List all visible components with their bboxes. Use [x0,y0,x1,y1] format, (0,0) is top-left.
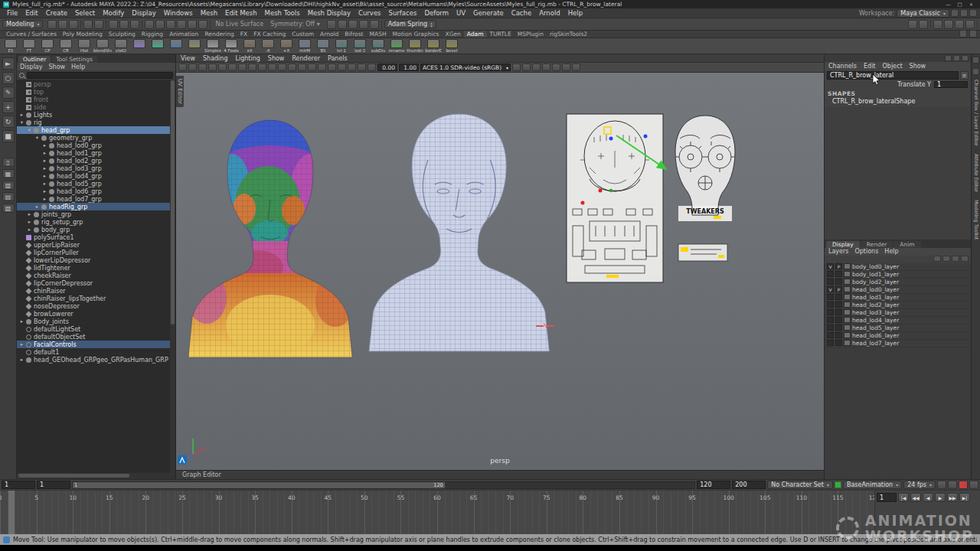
outliner-item-upperlipraiser[interactable]: upperLipRaiser [17,241,170,249]
workspace-menu-icon[interactable] [969,9,977,17]
layer-color-swatch[interactable] [844,332,851,338]
outliner-item-defaultobjectset[interactable]: defaultObjectSet [17,333,170,341]
grid-icon[interactable] [248,64,256,71]
camera-attributes-icon[interactable] [198,64,207,71]
step-back-frame-button[interactable]: ◀◀ [910,493,921,502]
chevron-down-icon[interactable]: ▾ [26,127,33,133]
motion-blur-icon[interactable] [532,64,541,71]
shelf-tab-fx[interactable]: FX [237,31,250,37]
panel-tab-channel-box-layer-editor[interactable]: Channel Box / Layer Editor [973,80,979,146]
shelf-item-hist[interactable]: Hist [76,39,93,53]
outliner-item-body-grp[interactable]: ▸body_grp [17,226,170,233]
layer-visibility-toggle[interactable]: V [827,286,834,292]
layer-playback-toggle[interactable] [835,302,842,308]
view-transform-dropdown[interactable]: ACES 1.0 SDR-video (sRGB)▾ [420,64,511,71]
play-forwards-button[interactable]: ▶ [935,493,946,502]
shelf-tab-bifrost[interactable]: Bifrost [341,31,366,37]
menu-uv[interactable]: UV [452,9,469,17]
character-set-dropdown[interactable]: No Character Set▾ [767,481,833,489]
menu-display[interactable]: Display [128,9,159,17]
shelf-item-rename[interactable]: rename [388,39,405,53]
playback-speed-icon[interactable] [937,481,946,489]
modeling-toolkit-toggle-icon[interactable] [965,20,975,29]
layout-two-pane-side[interactable]: ▥ [2,181,15,190]
chevron-right-icon[interactable]: ▸ [18,112,25,118]
outliner-horizontal-scrollbar[interactable] [17,473,175,479]
playback-start-field[interactable]: 1 [37,481,70,489]
shelf-item-icon[interactable] [168,39,185,53]
menu-cache[interactable]: Cache [508,9,535,17]
layer-visibility-toggle[interactable] [827,324,834,331]
shelf-item-bevel[interactable]: bevel [443,39,460,53]
shelf-tab-arnold[interactable]: Arnold [317,31,341,37]
layer-visibility-toggle[interactable] [827,302,834,308]
menu-windows[interactable]: Windows [160,9,197,17]
layout-four-pane[interactable]: ▦ [2,169,15,178]
move-layer-down-icon[interactable] [942,256,950,262]
gate-mask-icon[interactable] [278,64,286,71]
layer-playback-toggle[interactable]: P [835,286,842,292]
menu-arnold[interactable]: Arnold [535,9,564,17]
isolate-select-icon[interactable] [562,64,570,71]
viewport-menu-show[interactable]: Show [268,55,285,62]
lock-camera-icon[interactable] [188,64,197,71]
menu-set-dropdown[interactable]: Modeling ▾ [2,20,43,28]
menu-file[interactable]: File [3,9,21,17]
chevron-right-icon[interactable]: ▸ [41,158,48,164]
outliner-item-head-grp[interactable]: ▾head_grp [17,126,170,134]
range-slider-bar[interactable]: 1 120 [73,482,445,488]
new-scene-icon[interactable] [47,20,57,29]
chevron-down-icon[interactable]: ▾ [18,119,25,126]
empty-layer-icon[interactable] [952,256,959,262]
channel-box-menu-channels[interactable]: Channels [828,63,857,70]
viewport-menu-lighting[interactable]: Lighting [235,55,260,62]
time-slider-ruler[interactable]: 0510152025303540455055606570758085909510… [0,491,874,534]
bookmarks-icon[interactable] [208,64,217,71]
shelf-item-ft[interactable]: FT [21,39,38,53]
shelf-item-subdiv[interactable]: subDiv [370,39,387,53]
anti-aliasing-icon[interactable] [542,64,550,71]
shelf-tab-turtle[interactable]: TURTLE [487,31,514,37]
layer-playback-toggle[interactable] [835,309,842,315]
layer-menu-layers[interactable]: Layers [828,248,848,255]
open-scene-icon[interactable] [58,20,67,29]
chevron-right-icon[interactable]: ▸ [26,219,33,225]
layer-playback-toggle[interactable] [835,317,842,323]
outliner-item-chinraiser[interactable]: chinRaiser [17,287,170,295]
outliner-item-head-lod3-grp[interactable]: ▸head_lod3_grp [17,165,170,172]
go-to-end-button[interactable]: ▶| [959,493,970,502]
outliner-item-geometry-grp[interactable]: ▾geometry_grp [17,134,170,142]
menu-mesh-tools[interactable]: Mesh Tools [261,9,304,17]
layer-row-head-lod3-layer[interactable]: head_lod3_layer [825,309,971,317]
layer-row-head-lod4-layer[interactable]: head_lod4_layer [825,317,971,324]
outliner-item-head-lod5-grp[interactable]: ▸head_lod5_grp [17,180,170,187]
shelf-tab-curves-surfaces[interactable]: Curves / Surfaces [3,31,60,37]
shelf-tab-custom[interactable]: Custom [289,31,317,37]
animation-end-field[interactable]: 200 [732,481,766,489]
outliner-item-side[interactable]: side [17,103,170,111]
workspace-bookmark-icon[interactable] [951,9,959,17]
grid-toggle-icon[interactable] [908,20,917,29]
outliner-item-lowerlipdepressor[interactable]: lowerLipDepressor [17,256,170,264]
scrollbar-thumb[interactable] [18,474,129,478]
menu-help[interactable]: Help [564,9,586,17]
outliner-item-persp[interactable]: persp [17,80,170,88]
select-object-icon[interactable] [119,20,129,29]
layer-playback-toggle[interactable] [835,294,842,300]
menu-curves[interactable]: Curves [354,9,385,17]
outliner-vertical-scrollbar[interactable] [170,80,175,473]
menu-mesh-display[interactable]: Mesh Display [304,9,354,17]
workspace-dropdown[interactable]: Maya Classic ▾ [897,9,949,18]
use-all-lights-icon[interactable] [368,64,376,71]
window-maximize-button[interactable]: □ [954,1,965,8]
shelf-tab-mash[interactable]: MASH [367,31,390,37]
render-settings-icon[interactable] [370,20,379,29]
panel-tab-modeling-toolkit[interactable]: Modeling Toolkit [973,200,979,240]
scale-tool[interactable]: ■ [2,130,15,142]
outliner-search-input[interactable] [27,72,173,79]
outliner-item-polysurface1[interactable]: polySurface1 [17,233,170,241]
channel-box-menu-edit[interactable]: Edit [864,63,876,70]
select-component-icon[interactable] [130,20,139,29]
layer-row-head-lod7-layer[interactable]: head_lod7_layer [825,340,971,347]
auto-keyframe-icon[interactable] [959,481,968,489]
